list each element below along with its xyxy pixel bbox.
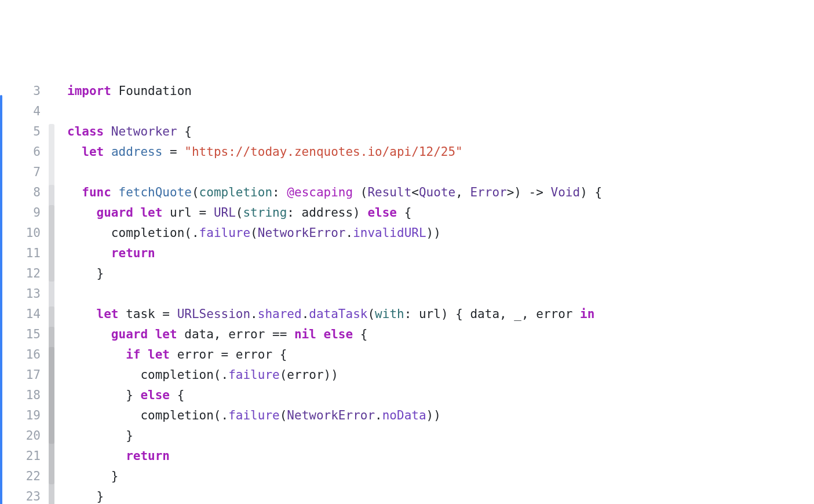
code-token: else	[324, 327, 360, 341]
code-token: nil	[294, 327, 324, 341]
code-token: }	[67, 469, 119, 483]
line-number[interactable]: 13	[2, 284, 43, 304]
line-number[interactable]: 8	[2, 182, 43, 203]
code-token: <	[411, 185, 419, 199]
code-token: "https://today.zenquotes.io/api/12/25"	[184, 145, 462, 159]
fold-indicator[interactable]	[49, 205, 54, 282]
code-token: : address)	[287, 206, 367, 220]
code-token: Foundation	[119, 84, 192, 98]
code-token	[67, 145, 82, 159]
line-number[interactable]: 14	[2, 304, 43, 324]
code-token: :	[272, 185, 287, 199]
line-number[interactable]: 19	[2, 406, 43, 426]
code-line[interactable]	[67, 284, 602, 304]
code-token: .	[192, 226, 199, 240]
code-editor[interactable]: 3456789101112131415161718192021222324252…	[0, 81, 814, 504]
code-line[interactable]: }	[67, 487, 602, 504]
fold-column[interactable]	[48, 81, 56, 504]
code-line[interactable]: func fetchQuote(completion: @escaping (R…	[67, 182, 602, 203]
line-number[interactable]: 7	[2, 162, 43, 182]
line-number[interactable]: 16	[2, 345, 43, 365]
code-line[interactable]: }	[67, 264, 602, 284]
line-number[interactable]: 18	[2, 385, 43, 406]
code-token: : url) { data, _, error	[404, 307, 580, 321]
code-line[interactable]: completion(.failure(error))	[67, 365, 602, 385]
line-number[interactable]: 3	[2, 81, 43, 101]
code-line[interactable]: }	[67, 426, 602, 446]
code-token: }	[67, 388, 140, 402]
code-token	[67, 246, 111, 260]
line-number[interactable]: 12	[2, 264, 43, 284]
code-line[interactable]	[67, 101, 602, 122]
code-area[interactable]: import Foundationclass Networker { let a…	[56, 81, 602, 504]
code-token: completion(	[140, 368, 221, 382]
code-line[interactable]: import Foundation	[67, 81, 602, 101]
code-token: completion(	[140, 408, 221, 422]
code-token: Error	[470, 185, 506, 199]
line-number[interactable]: 4	[2, 101, 43, 122]
code-token: {	[404, 206, 412, 220]
code-token: failure	[228, 408, 280, 422]
code-token: Result	[367, 185, 411, 199]
code-token: in	[580, 307, 594, 321]
code-token: >) ->	[507, 185, 551, 199]
line-number[interactable]: 10	[2, 223, 43, 243]
code-token	[67, 449, 126, 463]
code-line[interactable]: let address = "https://today.zenquotes.i…	[67, 142, 602, 162]
code-token: let	[82, 145, 111, 159]
code-line[interactable]: return	[67, 446, 602, 466]
code-token	[67, 307, 97, 321]
code-token: .	[221, 408, 229, 422]
line-number[interactable]: 9	[2, 203, 43, 223]
code-token: shared	[258, 307, 302, 321]
line-number[interactable]: 21	[2, 446, 43, 466]
code-token: (	[353, 185, 367, 199]
code-line[interactable]: return	[67, 243, 602, 264]
code-token: if let	[126, 348, 177, 361]
code-line[interactable]: guard let data, error == nil else {	[67, 324, 602, 345]
line-number[interactable]: 17	[2, 365, 43, 385]
code-token: import	[67, 84, 119, 98]
code-line[interactable]: class Networker {	[67, 122, 602, 142]
code-token: (	[367, 307, 375, 321]
line-number[interactable]: 15	[2, 324, 43, 345]
code-token: (	[280, 408, 287, 422]
code-token: completion(	[111, 226, 192, 240]
line-number[interactable]: 22	[2, 466, 43, 487]
code-token: invalidURL	[353, 226, 426, 240]
line-number[interactable]: 11	[2, 243, 43, 264]
code-line[interactable]: let task = URLSession.shared.dataTask(wi…	[67, 304, 602, 324]
code-token	[67, 408, 140, 422]
line-number[interactable]: 5	[2, 122, 43, 142]
line-number-gutter[interactable]: 3456789101112131415161718192021222324252…	[2, 81, 48, 504]
code-line[interactable]: completion(.failure(NetworkError.invalid…	[67, 223, 602, 243]
code-line[interactable]: completion(.failure(NetworkError.noData)…	[67, 406, 602, 426]
code-token: func	[82, 185, 118, 199]
line-number[interactable]: 23	[2, 487, 43, 504]
fold-indicator[interactable]	[49, 347, 54, 444]
code-token: failure	[199, 226, 251, 240]
code-token	[67, 327, 111, 341]
code-line[interactable]: } else {	[67, 385, 602, 406]
code-token: .	[221, 368, 229, 382]
code-token: }	[67, 429, 133, 443]
line-number[interactable]: 20	[2, 426, 43, 446]
code-token: with	[375, 307, 404, 321]
code-line[interactable]: }	[67, 466, 602, 487]
code-token: Networker	[111, 125, 184, 138]
code-token: class	[67, 125, 111, 138]
code-token	[67, 226, 111, 240]
code-token: URLSession	[177, 307, 250, 321]
code-token: (error))	[280, 368, 338, 382]
code-token	[67, 368, 140, 382]
line-number[interactable]: 6	[2, 142, 43, 162]
code-token: dataTask	[309, 307, 367, 321]
code-token: .	[250, 307, 258, 321]
code-token: noData	[382, 408, 426, 422]
code-token: let	[97, 307, 126, 321]
code-token: error = error {	[177, 348, 287, 361]
code-line[interactable]: if let error = error {	[67, 345, 602, 365]
code-line[interactable]: guard let url = URL(string: address) els…	[67, 203, 602, 223]
code-token: .	[345, 226, 353, 240]
code-line[interactable]	[67, 162, 602, 182]
